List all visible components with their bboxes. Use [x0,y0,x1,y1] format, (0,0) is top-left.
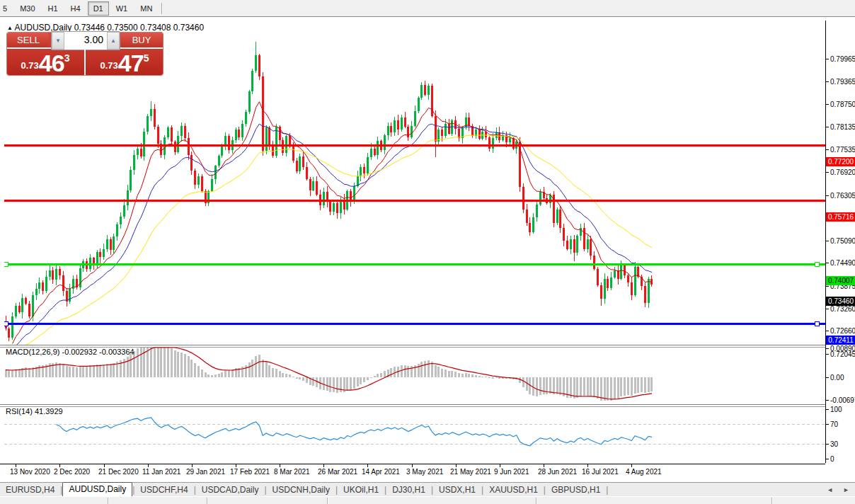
candle-body [275,127,277,156]
macd-histogram-bar [323,377,325,390]
candle-body [15,306,17,316]
chart-tab-audusd-daily[interactable]: AUDUSD,Daily [62,482,132,497]
price-axis-tick [826,172,829,173]
macd-histogram-bar [5,370,7,377]
rsi-indicator-pane[interactable] [4,406,825,463]
macd-histogram-bar [644,377,646,393]
macd-histogram-bar [363,377,365,383]
price-axis-label: 0.79365 [830,78,855,86]
macd-histogram-bar [631,377,633,396]
candle-body [258,55,260,76]
candle-body [235,130,237,139]
chart-tab-usdx-h1[interactable]: USDX,H1 [433,483,481,496]
candle-body [529,223,531,232]
timeframe-button-m30[interactable]: M30 [14,1,40,16]
rsi-axis-tick [826,424,829,425]
candle-body [255,55,257,71]
macd-histogram-bar [99,365,101,377]
macd-histogram-bar [167,348,169,377]
timeframe-button-h4[interactable]: H4 [65,1,86,16]
mt4-terminal: 5M30H1H4D1W1MN ▲ AUDUSD,Daily 0.73446 0.… [0,0,855,504]
price-axis-tick [826,309,829,309]
macd-histogram-bar [580,377,582,396]
chart-tab-usdcad-daily[interactable]: USDCAD,Daily [196,483,265,496]
timeframe-button-mn[interactable]: MN [134,1,158,16]
macd-histogram-bar [418,364,420,377]
chart-tab-gbpusd-h1[interactable]: GBPUSD,H1 [546,483,606,496]
candle-body [587,239,589,249]
candle-body [495,132,498,138]
candle-body [573,239,575,253]
price-axis-label: 0.72660 [830,327,855,335]
timeframe-button-d1[interactable]: D1 [88,1,109,16]
macd-histogram-bar [279,371,281,377]
candle-body [401,118,403,130]
chart-tab-usdchf-h4[interactable]: USDCHF,H4 [134,483,193,496]
timeframe-button-w1[interactable]: W1 [110,1,134,16]
candle-body [631,282,633,295]
candle-body [93,258,95,263]
date-axis-label: 3 May 2021 [406,468,443,476]
timeframe-button-5[interactable]: 5 [0,1,13,16]
macd-axis-tick [826,377,829,378]
macd-histogram-bar [451,371,453,377]
price-axis[interactable]: 0.799650.793650.787500.781350.775350.769… [825,21,855,463]
macd-histogram-bar [367,377,369,380]
line-anchor-handle[interactable] [815,263,819,267]
status-bar-separator [771,498,773,504]
date-axis-tick [500,464,500,467]
timeframe-button-h1[interactable]: H1 [42,1,64,16]
rsi-axis-label: 30 [830,440,838,448]
macd-histogram-bar [526,377,528,391]
macd-histogram-bar [76,367,78,377]
macd-histogram-bar [285,374,287,377]
candle-body [522,187,524,210]
macd-histogram-bar [255,356,257,377]
price-axis-label: 0.74490 [830,259,855,267]
candle-body [228,136,230,149]
candle-body [127,190,129,205]
macd-histogram-bar [485,377,487,377]
chart-tab-xauusd-h1[interactable]: XAUUSD,H1 [483,483,544,496]
date-axis-tick [104,464,105,467]
candle-body [154,109,156,127]
candle-body [404,118,406,127]
macd-histogram-bar [559,377,561,395]
candle-body [614,270,616,278]
candle-body [289,136,291,145]
candle-body [627,275,629,283]
macd-histogram-bar [137,348,139,377]
chart-tab-usdcnh-daily[interactable]: USDCNH,Daily [267,483,335,496]
date-axis-label: 21 Dec 2020 [98,468,139,476]
macd-histogram-bar [251,360,253,377]
macd-axis-tick [826,400,829,401]
date-axis-label: 8 Mar 2021 [274,468,310,476]
macd-histogram-bar [454,372,457,377]
chart-tab-dj30-h1[interactable]: DJ30,H1 [386,483,431,496]
price-axis-tick [826,59,829,59]
line-anchor-handle[interactable] [815,322,819,326]
candle-body [435,116,437,142]
macd-histogram-bar [394,367,396,377]
price-axis-label: 0.76305 [830,192,855,200]
chart-tab-ukoil-h1[interactable]: UKOil,H1 [338,483,384,496]
candle-body [190,155,193,171]
tab-scroll-right-icon[interactable]: ► [843,486,849,493]
line-anchor-handle[interactable] [4,263,8,267]
candle-body [106,239,108,249]
date-axis[interactable]: 13 Nov 20202 Dec 202021 Dec 202011 Jan 2… [0,464,825,483]
candle-body [167,127,169,137]
tab-scroll-left-icon[interactable]: ◄ [827,486,833,493]
chart-tab-eurusd-h4[interactable]: EURUSD,H4 [0,483,60,496]
line-anchor-handle[interactable] [4,322,8,326]
macd-histogram-bar [93,365,95,377]
candle-body [96,252,98,264]
macd-histogram-bar [583,377,585,396]
candle-body [218,156,220,166]
candle-body [583,228,585,248]
macd-histogram-bar [614,377,616,399]
macd-histogram-bar [103,365,105,377]
main-price-chart[interactable] [4,21,825,345]
candle-body [299,156,301,171]
macd-histogram-bar [221,372,223,377]
